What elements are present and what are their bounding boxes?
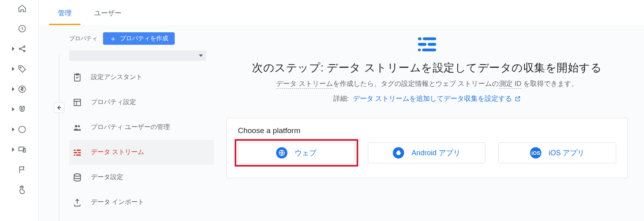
back-button[interactable] — [54, 102, 64, 113]
learn-more-text: データ ストリームを追加してデータ収集を設定する — [353, 94, 512, 103]
svg-point-12 — [78, 125, 80, 127]
hero-sub-term-1: データ ストリーム — [276, 80, 333, 89]
svg-rect-21 — [423, 38, 436, 40]
data-streams-icon — [72, 148, 82, 157]
nav-rail — [0, 0, 39, 221]
platform-web-label: ウェブ — [295, 148, 316, 158]
svg-rect-28 — [400, 152, 401, 154]
svg-rect-18 — [76, 154, 81, 156]
rail-events[interactable] — [12, 44, 27, 53]
devices-icon — [18, 145, 27, 154]
hero-title: 次のステップ: データ ストリームを設定してデータの収集を開始する — [252, 60, 602, 75]
touch-icon — [18, 186, 27, 194]
rail-recent[interactable] — [12, 24, 27, 33]
menu-label: データ ストリーム — [91, 148, 144, 156]
svg-rect-15 — [74, 152, 77, 153]
rail-touch[interactable] — [12, 186, 27, 194]
back-arrow-icon — [56, 104, 62, 111]
menu-label: データ インポート — [91, 198, 144, 206]
rail-flag[interactable] — [12, 165, 27, 174]
svg-point-4 — [20, 67, 21, 68]
platform-android-label: Android アプリ — [411, 148, 460, 158]
svg-rect-24 — [418, 48, 421, 51]
android-icon — [393, 147, 404, 158]
magnet-icon — [18, 105, 27, 114]
svg-rect-8 — [23, 148, 25, 152]
svg-rect-22 — [418, 43, 426, 46]
menu-label: プロパティ ユーザーの管理 — [91, 123, 170, 131]
svg-rect-10 — [74, 99, 80, 106]
globe-icon — [18, 125, 27, 134]
home-icon — [18, 4, 27, 13]
svg-rect-14 — [76, 150, 81, 151]
svg-point-3 — [23, 50, 25, 52]
rail-tags[interactable] — [12, 65, 27, 73]
external-link-icon — [514, 96, 521, 102]
platform-ios-label: iOS アプリ — [549, 148, 584, 158]
share-icon — [18, 44, 27, 53]
rail-home[interactable] — [12, 4, 27, 13]
menu-label: 設定アシスタント — [91, 73, 142, 81]
tab-admin[interactable]: 管理 — [58, 8, 72, 25]
divider — [59, 55, 59, 221]
tag-icon — [18, 65, 27, 73]
property-column: プロパティ ＋ プロパティを作成 設定アシスタント プロパティ設定 — [53, 32, 214, 221]
dollar-icon — [18, 85, 27, 94]
platform-title: Choose a platform — [238, 126, 616, 135]
menu-user-management[interactable]: プロパティ ユーザーの管理 — [69, 115, 214, 140]
property-selector[interactable] — [69, 50, 206, 61]
rail-monetize[interactable] — [12, 85, 27, 94]
menu-label: データ設定 — [91, 173, 123, 181]
svg-rect-20 — [418, 38, 421, 40]
property-menu: 設定アシスタント プロパティ設定 プロパティ ユーザーの管理 データ ストリーム… — [69, 65, 214, 215]
svg-rect-17 — [74, 154, 75, 156]
svg-point-6 — [19, 126, 25, 133]
tabs: 管理 ユーザー — [39, 0, 644, 25]
platform-ios[interactable]: iOS iOS アプリ — [498, 142, 616, 163]
platform-android[interactable]: Android アプリ — [368, 142, 486, 163]
learn-more-prefix: 詳細: — [333, 94, 349, 103]
menu-setup-assistant[interactable]: 設定アシスタント — [69, 65, 214, 90]
hero-sub-term-2: 測定 ID — [499, 80, 522, 89]
menu-property-settings[interactable]: プロパティ設定 — [69, 90, 214, 115]
content-panel: 次のステップ: データ ストリームを設定してデータの収集を開始する データ スト… — [214, 32, 644, 221]
svg-rect-27 — [396, 152, 396, 154]
menu-data-import[interactable]: データ インポート — [69, 190, 214, 215]
learn-more-link[interactable]: 詳細: データ ストリームを追加してデータ収集を設定する — [333, 94, 521, 103]
clock-icon — [18, 24, 27, 33]
hero-subtitle: データ ストリームを作成したら、タグの設定情報とウェブ ストリームの測定 ID … — [276, 79, 578, 88]
svg-rect-13 — [74, 150, 76, 151]
create-property-button[interactable]: ＋ プロパティを作成 — [103, 32, 175, 45]
svg-point-2 — [23, 46, 25, 48]
rail-devices[interactable] — [12, 145, 27, 154]
rail-magnet[interactable] — [12, 105, 27, 114]
upload-icon — [72, 198, 82, 207]
platform-panel: Choose a platform ウェブ — [226, 118, 628, 178]
menu-data-settings[interactable]: データ設定 — [69, 165, 214, 190]
data-streams-hero-icon — [417, 35, 438, 55]
layout-icon — [72, 98, 82, 107]
svg-point-1 — [19, 48, 21, 50]
flag-icon — [18, 165, 27, 174]
menu-data-streams[interactable]: データ ストリーム — [69, 140, 214, 165]
main: 管理 ユーザー プロパティ ＋ プロパティを作成 設定アシスタント — [39, 0, 644, 221]
plus-icon: ＋ — [109, 35, 117, 42]
database-icon — [72, 173, 82, 182]
rail-globe[interactable] — [12, 125, 27, 134]
checklist-icon — [72, 73, 82, 82]
property-label: プロパティ — [69, 35, 97, 42]
svg-rect-23 — [428, 43, 436, 46]
svg-rect-16 — [78, 152, 81, 153]
svg-point-11 — [75, 125, 77, 127]
web-icon — [276, 147, 287, 158]
svg-point-19 — [74, 174, 80, 176]
svg-rect-25 — [422, 48, 436, 51]
tab-user[interactable]: ユーザー — [94, 8, 122, 25]
create-property-label: プロパティを作成 — [120, 35, 168, 42]
ios-icon: iOS — [530, 147, 541, 158]
menu-label: プロパティ設定 — [91, 98, 136, 106]
people-icon — [72, 123, 82, 132]
platform-web[interactable]: ウェブ — [238, 142, 355, 163]
